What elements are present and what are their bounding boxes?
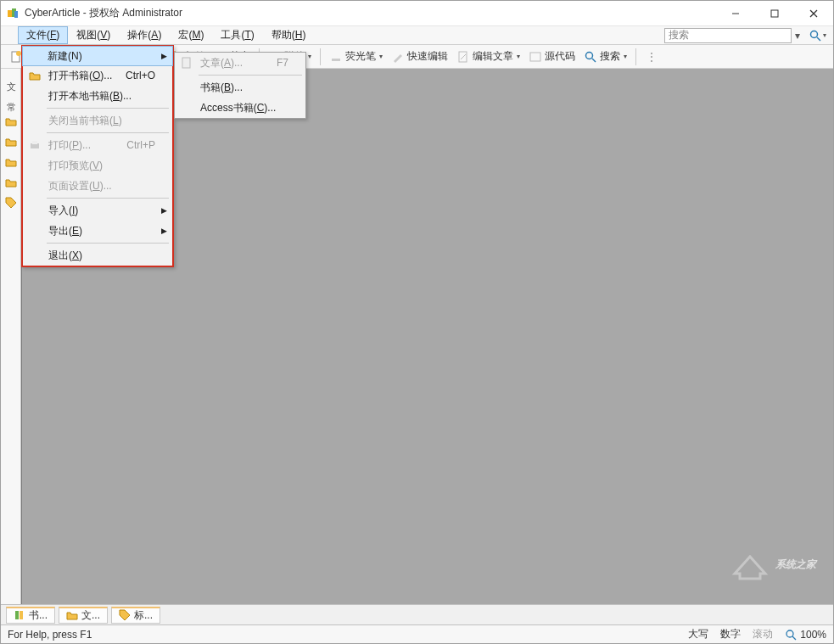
sidebar-folder-icon[interactable] [4, 115, 18, 128]
menu-exit[interactable]: 退出(X) [23, 245, 172, 266]
svg-rect-22 [32, 141, 37, 144]
svg-line-8 [817, 37, 820, 41]
submenu-arrow-icon: ▶ [161, 52, 167, 60]
toolbar-editarticle-button[interactable]: 编辑文章▾ [453, 48, 523, 66]
bottom-tab-books[interactable]: 书... [6, 607, 55, 624]
magnifier-dropdown-icon[interactable]: ▾ [823, 31, 826, 39]
svg-rect-2 [14, 11, 18, 18]
open-icon [28, 69, 42, 82]
status-num: 数字 [720, 627, 741, 641]
menu-open-local-book[interactable]: 打开本地书籍(B)... [23, 86, 172, 106]
statusbar: For Help, press F1 大写 数字 滚动 100% [1, 624, 833, 643]
menubar: 文件(F) 视图(V) 操作(A) 宏(M) 工具(T) 帮助(H) 搜索 ▾ … [1, 26, 833, 45]
bottom-tab-docs[interactable]: 文... [59, 607, 108, 624]
menu-page-setup: 页面设置(U)... [23, 176, 172, 196]
file-dropdown: 新建(N)▶ 打开书籍(O)...Ctrl+O 打开本地书籍(B)... 关闭当… [21, 45, 174, 267]
status-scroll: 滚动 [753, 627, 773, 641]
menu-print-preview: 打印预览(V) [23, 155, 172, 176]
app-window: CyberArticle - 授权给 Administrator 文件(F) 视… [0, 0, 834, 644]
svg-point-26 [786, 630, 793, 637]
status-help-text: For Help, press F1 [8, 629, 676, 641]
menu-close-book: 关闭当前书籍(L) [23, 110, 172, 131]
print-icon [28, 138, 42, 152]
status-zoom[interactable]: 100% [785, 629, 826, 641]
toolbar-highlighter-button[interactable]: 荧光笔▾ [326, 48, 386, 66]
sidebar-label-icon[interactable]: 文 [4, 74, 18, 87]
menubar-search-input[interactable]: 搜索 [664, 28, 792, 43]
svg-rect-16 [332, 59, 340, 61]
menu-separator [47, 132, 169, 133]
status-caps: 大写 [688, 627, 708, 641]
menu-separator [199, 75, 302, 76]
bottom-tabs: 书... 文... 标... [1, 604, 833, 624]
separator [320, 48, 321, 65]
svg-rect-23 [182, 58, 190, 68]
menu-view[interactable]: 视图(V) [68, 26, 119, 44]
menu-action[interactable]: 操作(A) [119, 26, 170, 44]
svg-rect-18 [530, 53, 540, 61]
svg-line-20 [592, 59, 596, 62]
submenu-book[interactable]: 书籍(B)... [175, 77, 305, 98]
menu-file[interactable]: 文件(F) [18, 26, 68, 44]
toolbar-search-button[interactable]: 搜索▾ [580, 48, 630, 66]
separator [635, 48, 636, 65]
submenu-arrow-icon: ▶ [161, 227, 167, 235]
menu-separator [47, 243, 169, 244]
search-dropdown-icon[interactable]: ▾ [792, 28, 803, 43]
svg-rect-0 [8, 10, 12, 17]
close-button[interactable] [794, 1, 833, 26]
maximize-button[interactable] [755, 1, 794, 26]
zoom-icon [785, 629, 797, 641]
menu-open-book[interactable]: 打开书籍(O)...Ctrl+O [23, 65, 172, 86]
minimize-button[interactable] [716, 1, 755, 26]
menu-macro[interactable]: 宏(M) [170, 26, 212, 44]
toolbar-overflow-icon[interactable]: ⋮ [641, 48, 662, 66]
submenu-article: 文章(A)...F7 [175, 53, 305, 73]
new-submenu: 文章(A)...F7 书籍(B)... Access书籍(C)... [174, 52, 306, 119]
bottom-tab-tags[interactable]: 标... [111, 607, 160, 624]
svg-point-19 [586, 52, 593, 59]
sidebar-folder-icon[interactable] [4, 135, 18, 148]
sidebar-tag-icon[interactable] [4, 196, 18, 210]
menu-print: 打印(P)...Ctrl+P [23, 135, 172, 155]
svg-point-7 [811, 31, 818, 37]
svg-rect-4 [771, 10, 778, 17]
menu-help[interactable]: 帮助(H) [263, 26, 315, 44]
menu-import[interactable]: 导入(I)▶ [23, 200, 172, 221]
doc-icon [180, 56, 193, 70]
magnifier-icon[interactable] [809, 29, 822, 42]
menu-separator [47, 198, 169, 199]
toolbar-source-button[interactable]: 源代码 [525, 48, 579, 66]
submenu-arrow-icon: ▶ [161, 206, 167, 215]
toolbar-quickedit-button[interactable]: 快速编辑 [388, 48, 451, 66]
window-buttons [716, 1, 833, 26]
svg-rect-24 [15, 611, 19, 619]
sidebar-folder-icon[interactable] [4, 176, 18, 189]
app-icon [6, 7, 20, 20]
menu-new[interactable]: 新建(N)▶ [22, 46, 173, 66]
menu-separator [47, 108, 169, 109]
svg-line-27 [792, 636, 796, 640]
left-sidebar: 文 常 [1, 69, 21, 604]
submenu-access-book[interactable]: Access书籍(C)... [175, 98, 305, 118]
sidebar-label-icon[interactable]: 常 [4, 94, 18, 108]
menu-tools[interactable]: 工具(T) [212, 26, 262, 44]
window-title: CyberArticle - 授权给 Administrator [25, 6, 716, 20]
svg-rect-25 [20, 611, 23, 619]
menu-export[interactable]: 导出(E)▶ [23, 221, 172, 241]
sidebar-folder-icon[interactable] [4, 155, 18, 169]
titlebar: CyberArticle - 授权给 Administrator [1, 1, 833, 26]
